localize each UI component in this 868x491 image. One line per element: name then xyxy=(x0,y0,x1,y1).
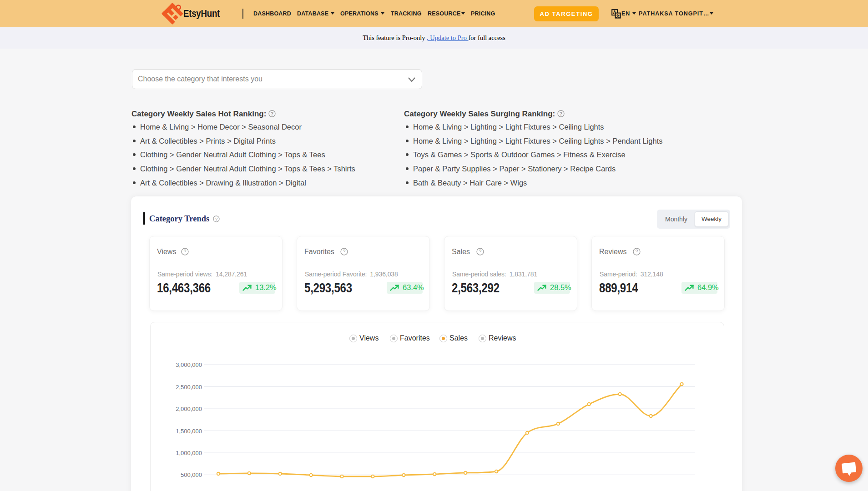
svg-text:500,000: 500,000 xyxy=(181,471,202,478)
svg-text:3,000,000: 3,000,000 xyxy=(176,361,202,368)
svg-text:2,500,000: 2,500,000 xyxy=(176,384,202,391)
svg-text:1,000,000: 1,000,000 xyxy=(176,450,202,456)
svg-text:1,500,000: 1,500,000 xyxy=(176,428,202,435)
svg-text:?: ? xyxy=(636,249,638,254)
svg-text:?: ? xyxy=(271,111,273,116)
svg-text:?: ? xyxy=(215,217,217,221)
svg-text:文: 文 xyxy=(616,14,620,18)
svg-text:?: ? xyxy=(184,249,187,254)
svg-text:?: ? xyxy=(560,111,562,116)
svg-text:?: ? xyxy=(479,249,482,254)
svg-text:2,000,000: 2,000,000 xyxy=(176,406,202,412)
svg-text:?: ? xyxy=(343,249,346,254)
